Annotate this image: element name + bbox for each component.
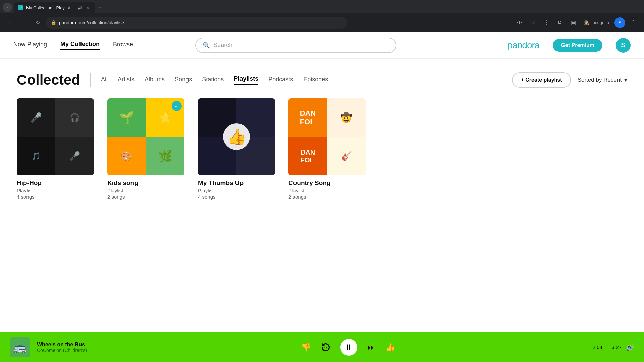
np-album-art: 🚌 [10,337,30,357]
playlist-card-hiphop[interactable]: 🎤 🎧 🎵 🎤 Hip-Hop [17,98,94,200]
back-button[interactable]: ← [5,17,16,28]
sort-label: Sorted by Recent [578,77,622,83]
tab-audio-icon: 🔊 [78,6,83,10]
search-bar[interactable]: 🔍 [195,38,396,53]
thumb-grid-kids: 🌱 ⭐ 🎨 🌿 [107,98,184,175]
kids-badge: ✓ [172,101,182,111]
playlist-name-country: Country Song [288,179,366,187]
sort-chevron-icon: ▾ [624,77,627,84]
playlist-card-thumbsup[interactable]: 👍 My Thumbs Up Playlist 4 songs [198,98,275,200]
browser-settings-icon[interactable]: ⋮ [541,17,552,28]
skip-forward-button[interactable]: ⏭ [367,343,375,352]
refresh-button[interactable]: ↻ [32,17,43,28]
pause-button[interactable]: ⏸ [340,339,357,356]
thumbs-down-button[interactable]: 👎 [301,343,311,352]
page-header: Collected All Artists Albums Songs Stati… [17,72,627,88]
incognito-button[interactable]: 🕵 Incognito [581,19,612,26]
filter-podcasts[interactable]: Podcasts [268,76,293,84]
filter-songs[interactable]: Songs [175,76,192,84]
playlist-type-thumbsup: Playlist [198,188,275,193]
thumb-cell-c1: DANFOI [288,98,327,137]
toolbar-actions: 👁 ☆ ⋮ 🖥 ▣ 🕵 Incognito S ⋮ [514,17,639,28]
playlist-name-thumbsup: My Thumbs Up [198,179,275,187]
address-text: pandora.com/collection/playlists [59,20,342,25]
playlist-thumb-hiphop: 🎤 🎧 🎵 🎤 [17,98,94,175]
thumb-cell-3: 🎵 [17,137,55,175]
playlist-name-kids: Kids song [107,179,184,187]
thumbs-up-overlay-icon: 👍 [223,123,250,150]
np-controls: 👎 15 ⏸ ⏭ 👍 [111,339,586,356]
create-playlist-button[interactable]: + Create playlist [512,72,571,88]
thumb-cell-c2: 🤠 [327,98,366,137]
volume-icon[interactable]: 🔊 [626,343,634,351]
browser-chrome: ⋮ P My Collection - Playlists - P... 🔊 ✕… [0,0,644,32]
playlist-count-kids: 2 songs [107,194,184,200]
np-time-total: 3:27 [612,344,622,350]
thumb-cell-4: 🎤 [55,137,94,175]
playlist-name: Hip-Hop [17,179,94,187]
bookmark-icon[interactable]: ☆ [528,17,538,28]
pandora-logo-text: pandora [507,40,540,50]
tab-close-button[interactable]: ✕ [85,4,91,11]
filter-stations[interactable]: Stations [202,76,224,84]
user-avatar[interactable]: S [616,38,631,53]
np-album-emoji: 🚌 [13,341,27,354]
profile-window-icon[interactable]: ▣ [568,17,579,28]
new-tab-button[interactable]: + [95,3,105,12]
filter-all[interactable]: All [101,76,108,84]
thumb-cell-k3: 🎨 [107,137,146,175]
get-premium-button[interactable]: Get Premium [553,39,602,52]
tab-group-button[interactable]: ⋮ [3,3,12,12]
playlist-info-thumbsup: My Thumbs Up Playlist 4 songs [198,179,275,200]
lock-icon: 🔒 [51,20,56,25]
playlist-count-country: 2 songs [288,194,366,200]
forward-button[interactable]: → [19,17,30,28]
thumb-cell-1: 🎤 [17,98,55,137]
browser-menu-button[interactable]: ⋮ [628,17,639,28]
filter-episodes[interactable]: Episodes [303,76,328,84]
thumb-cell-2: 🎧 [55,98,94,137]
nav-my-collection[interactable]: My Collection [60,41,100,50]
top-nav: Now Playing My Collection Browse 🔍 pando… [0,32,644,59]
thumbs-up-button[interactable]: 👍 [385,343,395,352]
thumb-grid: 🎤 🎧 🎵 🎤 [17,98,94,175]
header-divider [90,73,91,87]
nav-browse[interactable]: Browse [113,41,133,49]
now-playing-bar: 🚌 Wheels on the Bus CoComelon (Children'… [0,332,644,362]
pandora-app: Now Playing My Collection Browse 🔍 pando… [0,32,644,362]
search-input[interactable] [213,42,389,49]
nav-now-playing[interactable]: Now Playing [13,41,47,49]
np-info: Wheels on the Bus CoComelon (Children's) [37,342,104,353]
np-artist-name: CoComelon (Children's) [37,348,104,353]
thumb-cell-c4: 🎸 [327,137,366,175]
playlist-type-country: Playlist [288,188,366,193]
np-progress: 2:04 | 3:27 🔊 [593,343,634,351]
playlist-card-kids[interactable]: 🌱 ⭐ 🎨 🌿 ✓ [107,98,184,200]
cast-icon[interactable]: 🖥 [554,17,565,28]
tab-favicon: P [18,5,23,10]
extension-icon[interactable]: 👁 [514,17,525,28]
replay-button[interactable]: 15 [321,343,330,352]
filter-artists[interactable]: Artists [118,76,135,84]
active-tab[interactable]: P My Collection - Playlists - P... 🔊 ✕ [14,2,95,13]
playlist-info-kids: Kids song Playlist 2 songs [107,179,184,200]
section-title: Collected [17,72,80,88]
thumb-cell-c3: DANFOI [288,137,327,175]
filter-albums[interactable]: Albums [145,76,165,84]
tab-label: My Collection - Playlists - P... [26,5,75,10]
thumb-cell-k1: 🌱 [107,98,146,137]
profile-button[interactable]: S [614,17,625,28]
playlist-count: 4 songs [17,194,94,200]
thumb-grid-country: DANFOI 🤠 DANFOI 🎸 [288,98,366,175]
playlist-count-thumbsup: 4 songs [198,194,275,200]
filter-playlists[interactable]: Playlists [234,75,258,85]
pandora-logo: pandora [507,40,540,51]
playlist-thumb-country: DANFOI 🤠 DANFOI 🎸 [288,98,366,175]
address-bar[interactable]: 🔒 pandora.com/collection/playlists [46,17,347,29]
browser-toolbar: ← → ↻ 🔒 pandora.com/collection/playlists… [0,13,644,32]
sort-button[interactable]: Sorted by Recent ▾ [578,77,627,84]
playlist-card-country[interactable]: DANFOI 🤠 DANFOI 🎸 Country [288,98,366,200]
np-time-current: 2:04 [593,344,602,350]
playlist-type: Playlist [17,188,94,193]
playlists-grid: 🎤 🎧 🎵 🎤 Hip-Hop [17,98,627,200]
